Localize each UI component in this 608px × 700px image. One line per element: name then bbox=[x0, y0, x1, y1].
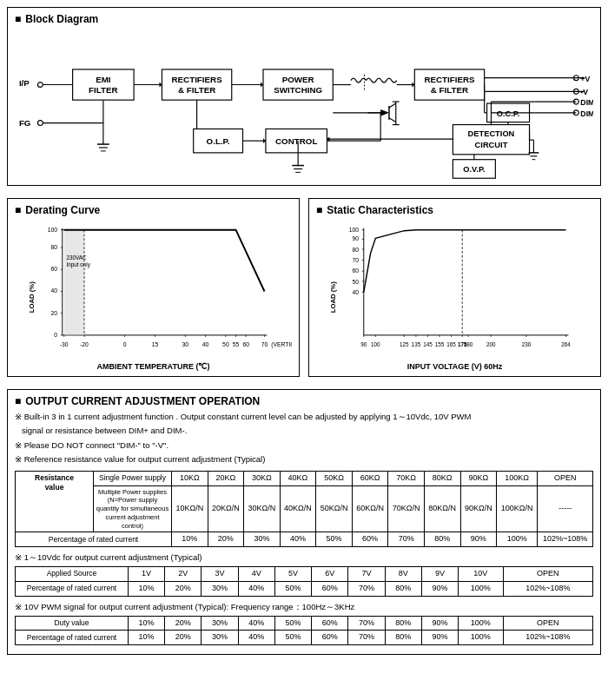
svg-text:40: 40 bbox=[202, 341, 209, 347]
duty-label: Duty value bbox=[16, 616, 129, 631]
pct-cell: 40% bbox=[280, 532, 316, 547]
multi-ps-label: Multiple Power supplies(N=Power supply q… bbox=[94, 485, 172, 532]
svg-text:DIM+: DIM+ bbox=[580, 98, 593, 107]
r-cell: 30KΩ/N bbox=[244, 485, 281, 532]
svg-marker-58 bbox=[380, 109, 389, 116]
svg-point-32 bbox=[573, 76, 578, 81]
duty-cell: 40% bbox=[238, 616, 274, 631]
v-pct-cell: 100% bbox=[459, 581, 503, 596]
svg-rect-46 bbox=[453, 125, 529, 155]
applied-source-label: Applied Source bbox=[16, 567, 129, 582]
v-cell: 4V bbox=[238, 567, 274, 582]
svg-text:& FILTER: & FILTER bbox=[431, 85, 468, 95]
table-row: Percentage of rated current 10% 20% 30% … bbox=[16, 581, 593, 596]
r-cell: 10KΩ/N bbox=[172, 485, 208, 532]
svg-text:70: 70 bbox=[261, 341, 268, 347]
r-cell: 60KΩ bbox=[352, 472, 388, 486]
r-cell: 30KΩ bbox=[244, 472, 281, 486]
svg-line-60 bbox=[389, 103, 396, 108]
svg-rect-20 bbox=[263, 69, 333, 100]
svg-text:O.V.P.: O.V.P. bbox=[463, 165, 485, 174]
svg-text:I/P: I/P bbox=[19, 78, 30, 88]
svg-text:LOAD (%): LOAD (%) bbox=[28, 281, 36, 314]
duty-pct-cell: 90% bbox=[421, 631, 458, 645]
svg-text:+V: +V bbox=[580, 75, 590, 83]
svg-text:-30: -30 bbox=[60, 341, 69, 347]
r-cell: 90KΩ bbox=[460, 472, 497, 486]
note-4: ※ Reference resistance value for output … bbox=[15, 453, 593, 466]
pct-cell: 50% bbox=[316, 532, 353, 547]
svg-text:0: 0 bbox=[54, 332, 57, 338]
block-diagram-title: Block Diagram bbox=[15, 13, 593, 25]
svg-text:100: 100 bbox=[48, 227, 58, 233]
v-cell: 5V bbox=[274, 567, 311, 582]
r-cell: 90KΩ/N bbox=[460, 485, 497, 532]
duty-pct-cell: 100% bbox=[459, 631, 503, 645]
pwm-note: ※ 10V PWM signal for output current adju… bbox=[15, 602, 593, 613]
svg-text:60: 60 bbox=[50, 266, 57, 272]
pct-rated-label: Percentage of rated current bbox=[16, 532, 172, 547]
duty-pct-cell: 50% bbox=[274, 631, 311, 645]
svg-rect-27 bbox=[414, 69, 484, 100]
duty-cell: OPEN bbox=[503, 616, 592, 631]
table-row: Duty value 10% 20% 30% 40% 50% 60% 70% 8… bbox=[16, 616, 593, 631]
v-cell: 7V bbox=[348, 567, 385, 582]
svg-text:Input only: Input only bbox=[67, 261, 91, 268]
note-2: signal or resistance between DIM+ and DI… bbox=[15, 425, 593, 437]
svg-rect-3 bbox=[73, 69, 135, 100]
r-cell: 80KΩ bbox=[424, 472, 460, 486]
svg-text:& FILTER: & FILTER bbox=[178, 85, 215, 95]
svg-text:90: 90 bbox=[360, 341, 367, 347]
charts-row: Derating Curve LOAD (%) 0 20 40 60 bbox=[7, 198, 601, 377]
duty-pct-cell: 10% bbox=[129, 631, 165, 645]
static-characteristics-section: Static Characteristics LOAD (%) 40 50 bbox=[308, 198, 601, 377]
svg-text:RECTIFIERS: RECTIFIERS bbox=[172, 75, 223, 84]
svg-marker-72 bbox=[327, 136, 329, 142]
svg-text:RECTIFIERS: RECTIFIERS bbox=[424, 75, 475, 84]
v-pct-cell: 80% bbox=[385, 581, 421, 596]
svg-text:POWER: POWER bbox=[282, 75, 314, 84]
duty-cell: 10% bbox=[129, 616, 165, 631]
r-cell: 50KΩ bbox=[316, 472, 353, 486]
voltage-note: ※ 1～10Vdc for output current adjustment … bbox=[15, 552, 593, 564]
r-cell: OPEN bbox=[538, 472, 593, 486]
svg-rect-42 bbox=[487, 103, 530, 122]
svg-point-37 bbox=[573, 99, 578, 104]
svg-rect-67 bbox=[194, 129, 243, 152]
duty-pct-cell: 30% bbox=[202, 631, 238, 645]
svg-rect-65 bbox=[266, 129, 327, 152]
v-cell: 10V bbox=[459, 567, 503, 582]
svg-text:80: 80 bbox=[50, 244, 57, 250]
duty-cell: 90% bbox=[421, 616, 458, 631]
table-row: Multiple Power supplies(N=Power supply q… bbox=[16, 485, 593, 532]
pct-cell: 100% bbox=[497, 532, 538, 547]
single-ps-label: Single Power supply bbox=[94, 472, 172, 486]
note-1: ※ Built-in 3 in 1 current adjustment fun… bbox=[15, 411, 593, 423]
pct-cell: 90% bbox=[460, 532, 497, 547]
pct-cell: 30% bbox=[244, 532, 281, 547]
r-cell: 40KΩ bbox=[280, 472, 316, 486]
svg-text:O.L.P.: O.L.P. bbox=[207, 136, 230, 146]
svg-text:SWITCHING: SWITCHING bbox=[274, 85, 322, 95]
pct-cell: 60% bbox=[352, 532, 388, 547]
duty-pct-cell: 20% bbox=[165, 631, 202, 645]
svg-rect-15 bbox=[162, 69, 231, 100]
pct-cell: 80% bbox=[424, 532, 460, 547]
pct-cell: 102%~108% bbox=[538, 532, 593, 547]
block-diagram-svg: I/P EMI FILTER FG RECTIFIERS & FILTER bbox=[15, 32, 593, 180]
v-cell: 2V bbox=[165, 567, 202, 582]
svg-text:DETECTION: DETECTION bbox=[468, 129, 515, 138]
r-cell: 70KΩ bbox=[388, 472, 425, 486]
r-cell: ----- bbox=[538, 485, 593, 532]
v-cell: OPEN bbox=[503, 567, 592, 582]
svg-text:165: 165 bbox=[446, 341, 456, 347]
note-3: ※ Please DO NOT connect "DIM-" to "-V". bbox=[15, 439, 593, 452]
derating-xlabel: AMBIENT TEMPERATURE (℃) bbox=[15, 362, 292, 371]
v-pct-cell: 60% bbox=[312, 581, 348, 596]
pct-cell: 10% bbox=[172, 532, 208, 547]
v-pct-cell: 102%~108% bbox=[503, 581, 592, 596]
svg-text:135: 135 bbox=[412, 341, 421, 347]
static-title: Static Characteristics bbox=[316, 204, 593, 216]
v-cell: 8V bbox=[385, 567, 421, 582]
table-row: Percentage of rated current 10% 20% 30% … bbox=[16, 532, 593, 547]
